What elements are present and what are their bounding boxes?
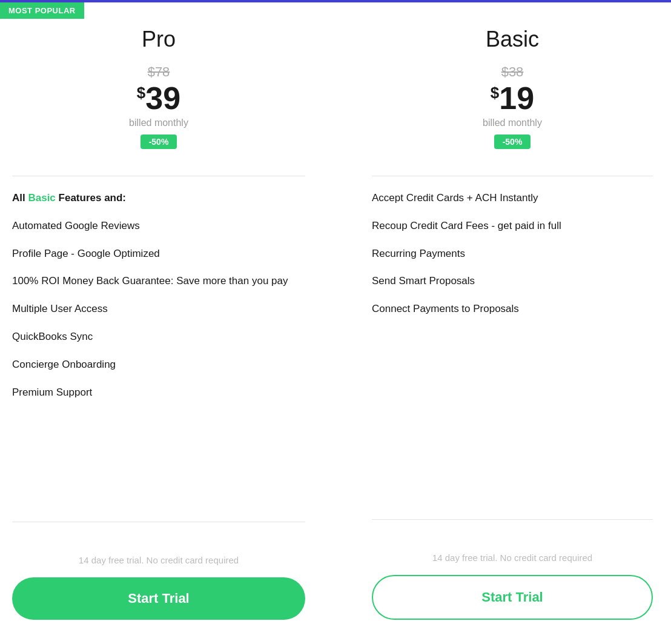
pricing-container: MOST POPULAR Pro $78 $39 billed monthly … bbox=[0, 2, 671, 644]
pro-feature-7: Premium Support bbox=[12, 385, 305, 400]
pro-current-price: $39 bbox=[12, 82, 305, 114]
most-popular-badge: MOST POPULAR bbox=[0, 2, 84, 19]
basic-plan-title: Basic bbox=[372, 27, 653, 52]
basic-feature-4: Send Smart Proposals bbox=[372, 274, 653, 288]
pro-original-price: $78 bbox=[12, 64, 305, 80]
pro-feature-6: Concierge Onboarding bbox=[12, 357, 305, 372]
basic-feature-3: Recurring Payments bbox=[372, 247, 653, 261]
basic-plan-column: Basic $38 $19 billed monthly -50% Accept… bbox=[335, 2, 671, 644]
pro-billing-period: billed monthly bbox=[12, 118, 305, 128]
basic-price-section: $38 $19 billed monthly -50% bbox=[372, 64, 653, 149]
pro-start-trial-button[interactable]: Start Trial bbox=[12, 577, 305, 620]
basic-original-price: $38 bbox=[372, 64, 653, 80]
pro-divider-bottom bbox=[12, 522, 305, 522]
pro-price-value: 39 bbox=[145, 81, 180, 116]
basic-divider-bottom bbox=[372, 519, 653, 520]
basic-start-trial-button[interactable]: Start Trial bbox=[372, 575, 653, 620]
pro-feature-5: QuickBooks Sync bbox=[12, 330, 305, 344]
pro-features-header-highlight: Basic bbox=[28, 192, 55, 204]
pro-features-header: All Basic Features and: bbox=[12, 191, 305, 205]
pro-plan-title: Pro bbox=[12, 27, 305, 52]
basic-currency-symbol: $ bbox=[491, 84, 499, 102]
pro-price-section: $78 $39 billed monthly -50% bbox=[12, 64, 305, 149]
pro-divider bbox=[12, 176, 305, 176]
pro-discount-badge: -50% bbox=[140, 134, 177, 149]
basic-feature-1: Accept Credit Cards + ACH Instantly bbox=[372, 191, 653, 205]
basic-features-list: Accept Credit Cards + ACH Instantly Reco… bbox=[372, 191, 653, 505]
pro-plan-column: MOST POPULAR Pro $78 $39 billed monthly … bbox=[0, 2, 335, 644]
pro-features-list: All Basic Features and: Automated Google… bbox=[12, 191, 305, 507]
pro-currency-symbol: $ bbox=[137, 84, 145, 102]
basic-trial-text: 14 day free trial. No credit card requir… bbox=[372, 534, 653, 563]
basic-billing-period: billed monthly bbox=[372, 118, 653, 128]
basic-feature-5: Connect Payments to Proposals bbox=[372, 302, 653, 316]
pro-feature-2: Profile Page - Google Optimized bbox=[12, 247, 305, 261]
pro-feature-3: 100% ROI Money Back Guarantee: Save more… bbox=[12, 274, 305, 288]
basic-price-value: 19 bbox=[499, 81, 534, 116]
pro-feature-1: Automated Google Reviews bbox=[12, 219, 305, 233]
basic-feature-2: Recoup Credit Card Fees - get paid in fu… bbox=[372, 219, 653, 233]
basic-divider bbox=[372, 176, 653, 176]
basic-current-price: $19 bbox=[372, 82, 653, 114]
pro-trial-text: 14 day free trial. No credit card requir… bbox=[12, 537, 305, 565]
basic-discount-badge: -50% bbox=[494, 134, 531, 149]
pro-feature-4: Multiple User Access bbox=[12, 302, 305, 316]
